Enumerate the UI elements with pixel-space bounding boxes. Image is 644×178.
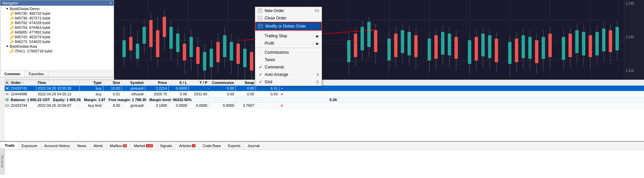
tab-experts[interactable]: Experts (225, 143, 244, 148)
nav-tab-favorites[interactable]: Favorites (25, 71, 48, 77)
header-close-col: × (5, 80, 9, 85)
key-icon: 🔑 (10, 21, 14, 25)
row1-symbol: gmtusdt (122, 86, 145, 91)
svg-rect-20 (122, 40, 126, 57)
key-icon: 🔑 (10, 16, 14, 20)
account-item-6[interactable]: 🔑 845743: 462579 bybit (0, 35, 114, 39)
svg-rect-98 (414, 35, 418, 57)
pending-time: 2022.04.25 10:56:57 (36, 103, 80, 108)
menu-separator-1 (255, 31, 322, 32)
menu-item-trailing-stop[interactable]: Trailing Stop ▶ (255, 32, 322, 40)
profit-submenu-arrow-icon: ▶ (316, 42, 319, 45)
account-item-2[interactable]: 🔑 845730: 457571 bybit (0, 16, 114, 20)
tab-account-history-label: Account History (44, 144, 70, 148)
key-icon: 🔑 (10, 40, 14, 44)
col-header-sl[interactable]: S / L (169, 80, 189, 85)
tab-signals[interactable]: Signals (157, 143, 176, 148)
col-header-commission[interactable]: Commission (209, 80, 236, 85)
row2-order-id: 22444086 (9, 91, 36, 97)
svg-rect-110 (468, 40, 471, 64)
svg-rect-114 (481, 34, 485, 56)
menu-item-comments[interactable]: ✓ Comments (255, 63, 322, 71)
menu-item-close-order[interactable]: Close Order (255, 14, 322, 22)
row2-type-icon (5, 92, 9, 96)
nav-tab-common[interactable]: Common (0, 71, 25, 77)
menu-item-new-order[interactable]: New Order F9 (255, 7, 322, 14)
navigator-close-button[interactable]: × (110, 1, 112, 5)
svg-rect-84 (361, 27, 364, 50)
order-row-22433741[interactable]: 22433741 2022.04.25 10:55:38 buy 10.00 g… (5, 86, 644, 91)
menu-item-taxes[interactable]: Taxes (255, 56, 322, 63)
row2-time: 2022.04.29 04:55:12 (36, 91, 80, 97)
svg-rect-60 (250, 52, 253, 71)
account-name-asia: BybitGlobal-Asia (10, 44, 37, 48)
tab-journal[interactable]: Journal (244, 143, 263, 148)
col-header-symbol[interactable]: Symbol (122, 80, 145, 85)
account-bybitglobal-demo[interactable]: ▼ BybitGlobal-Demo (0, 6, 114, 11)
balance-row: Balance: 1 800.22 UST Equity: 1 805.56 M… (5, 97, 644, 103)
tab-market[interactable]: Market112 (130, 143, 157, 148)
row2-type: buy (80, 91, 103, 97)
order-row-22444086[interactable]: 22444086 2022.04.29 04:55:12 buy 0.01 et… (5, 91, 644, 97)
account-name-demo: BybitGlobal-Demo (10, 7, 40, 11)
menu-item-commissions[interactable]: Commissions (255, 49, 322, 56)
order-row-22433744[interactable]: 22433744 2022.04.25 10:56:57 buy limit 8… (5, 103, 644, 108)
menu-item-profit[interactable]: Profit ▶ (255, 40, 322, 47)
pending-size: 8.00 (103, 103, 122, 108)
row2-close-btn[interactable]: × (279, 91, 644, 97)
account-item-1[interactable]: 🔑 845735: 460732 bybit (0, 11, 114, 16)
tab-exposure[interactable]: Exposure (18, 143, 41, 148)
tab-news[interactable]: News (74, 143, 90, 148)
tab-alerts[interactable]: Alerts (90, 143, 106, 148)
pending-profit (256, 105, 279, 106)
svg-rect-22 (129, 37, 132, 50)
pending-close-btn[interactable]: × (279, 103, 644, 108)
svg-rect-140 (582, 32, 585, 55)
svg-rect-50 (216, 42, 220, 62)
row1-commission: 0.00 (209, 86, 236, 91)
tab-mailbox[interactable]: Mailbox8 (107, 143, 131, 148)
menu-item-grid[interactable]: ✓ Grid G (255, 78, 322, 86)
tab-code-base[interactable]: Code Base (199, 143, 224, 148)
col-header-order[interactable]: Order ↑ (9, 80, 36, 85)
modify-icon (258, 24, 263, 29)
account-item-7[interactable]: 🔑 846273: 524620 bybit (0, 39, 114, 44)
menu-item-modify-delete[interactable]: Modify or Delete Order (255, 22, 322, 31)
tab-articles[interactable]: Articles1 (176, 143, 199, 148)
row2-tp: 2931.60 (189, 91, 209, 97)
menu-item-auto-arrange[interactable]: ✓ Auto Arrange A (255, 71, 322, 78)
account-item-5[interactable]: 🔑 845805: 477892 bybit (0, 30, 114, 35)
terminal-side-label: Terminal (0, 148, 5, 175)
row1-close-btn[interactable]: × (279, 86, 644, 91)
col-header-swap[interactable]: Swap (236, 80, 256, 85)
svg-rect-108 (454, 37, 458, 59)
svg-rect-44 (203, 52, 206, 71)
key-icon: 🔑 (10, 12, 14, 15)
account-item-4[interactable]: 🔑 845793: 474463 bybit (0, 25, 114, 30)
svg-rect-30 (156, 30, 159, 57)
pending-sl: 0.0000 (169, 103, 189, 108)
col-header-price[interactable]: Price (145, 80, 169, 85)
account-item-3[interactable]: 🔑 845792: 474328 bybit (0, 20, 114, 25)
menu-item-grid-shortcut: G (316, 80, 319, 84)
svg-rect-96 (408, 32, 411, 55)
navigator-panel: Navigator × ▼ BybitGlobal-Demo 🔑 845735:… (0, 0, 114, 77)
svg-rect-40 (190, 37, 193, 57)
svg-rect-124 (522, 35, 525, 58)
account-bybitglobal-asia[interactable]: ▼ BybitGlobal-Asia (0, 44, 114, 49)
account-item-asia-1[interactable]: 🔑 75411: 17605718 bybit (0, 49, 114, 53)
orders-header: × Order ↑ Time Type Size Symbol Price S … (5, 80, 644, 86)
row1-type: buy (80, 86, 103, 91)
mailbox-badge: 8 (123, 144, 127, 147)
pending-commission: 0.0000 (209, 103, 236, 108)
key-icon: 🔑 (10, 31, 14, 34)
col-header-time[interactable]: Time (36, 80, 80, 85)
col-header-size[interactable]: Size (103, 80, 122, 85)
menu-item-new-order-label: New Order (265, 8, 284, 13)
terminal-panel: Trade Exposure Account History News Aler… (0, 141, 644, 178)
col-header-tp[interactable]: T / P (189, 80, 209, 85)
col-header-type[interactable]: Type (80, 80, 103, 85)
tab-account-history[interactable]: Account History (41, 143, 74, 148)
menu-item-trailing-stop-label: Trailing Stop (265, 34, 287, 38)
svg-rect-106 (448, 34, 451, 55)
